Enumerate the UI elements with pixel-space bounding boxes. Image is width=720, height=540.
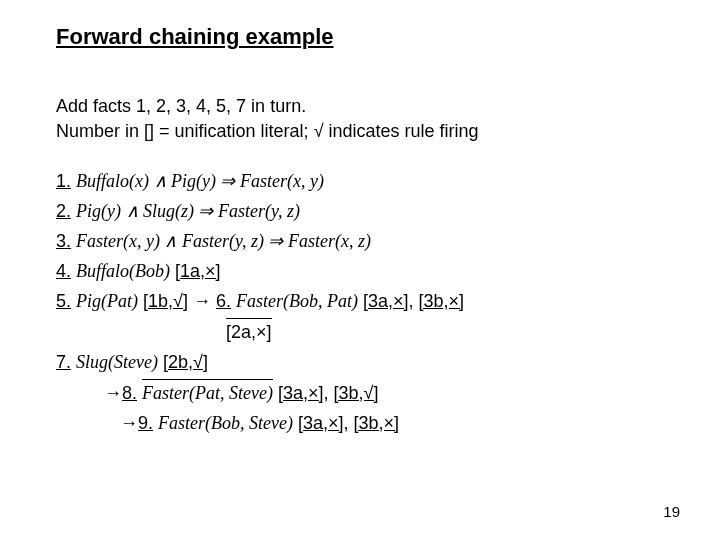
rule-6-comma: , [409,291,414,311]
rule-3-body: Faster(x, y) ∧ Faster(y, z) ⇒ Faster(x, … [76,231,371,251]
rule-5-num: 5. [56,291,71,311]
rule-8-comma: , [324,383,329,403]
rules-list: 1. Buffalo(x) ∧ Pig(y) ⇒ Faster(x, y) 2.… [56,168,680,437]
rule-5-sub: [2a,×] [226,318,680,347]
rule-5-arrow: → [193,291,216,311]
rule-1-num: 1. [56,171,71,191]
rule-6-tagb: [3b,×] [419,291,465,311]
rule-6-num: 6. [216,291,231,311]
intro-line1: Add facts 1, 2, 3, 4, 5, 7 in turn. [56,96,306,116]
rule-9-tagb: [3b,×] [354,413,400,433]
rule-9: →9. Faster(Bob, Steve) [3a,×], [3b,×] [120,410,680,438]
rule-6-taga: [3a,×] [363,291,409,311]
rule-2-num: 2. [56,201,71,221]
rule-6-body: Faster(Bob, Pat) [236,291,358,311]
rule-9-comma: , [344,413,349,433]
rule-7-num: 7. [56,352,71,372]
rule-3: 3. Faster(x, y) ∧ Faster(y, z) ⇒ Faster(… [56,228,680,256]
checkmark-icon: √ [314,121,324,141]
rule-4-num: 4. [56,261,71,281]
rule-8-tagb: [3b,√] [334,383,379,403]
rule-1: 1. Buffalo(x) ∧ Pig(y) ⇒ Faster(x, y) [56,168,680,196]
rule-8-arrow: → [104,383,122,403]
rule-4-body: Buffalo(Bob) [76,261,170,281]
rule-5: 5. Pig(Pat) [1b,√] → 6. Faster(Bob, Pat)… [56,288,680,316]
rule-5-box: [2a,×] [226,318,272,347]
rule-9-taga: [3a,×] [298,413,344,433]
rule-4: 4. Buffalo(Bob) [1a,×] [56,258,680,286]
rule-8-body: Faster(Pat, Steve) [142,379,273,408]
slide-title: Forward chaining example [56,24,680,50]
rule-8: →8. Faster(Pat, Steve) [3a,×], [3b,√] [104,379,680,408]
rule-1-body: Buffalo(x) ∧ Pig(y) ⇒ Faster(x, y) [76,171,324,191]
rule-2-body: Pig(y) ∧ Slug(z) ⇒ Faster(y, z) [76,201,300,221]
rule-8-taga: [3a,×] [278,383,324,403]
rule-4-tag: [1a,×] [175,261,221,281]
intro-line2a: Number in [] = unification literal; [56,121,314,141]
intro-text: Add facts 1, 2, 3, 4, 5, 7 in turn. Numb… [56,94,680,144]
slide: Forward chaining example Add facts 1, 2,… [0,0,720,540]
rule-3-num: 3. [56,231,71,251]
page-number: 19 [663,503,680,520]
rule-9-num: 9. [138,413,153,433]
rule-5-tag1: [1b,√] [143,291,188,311]
rule-7-tag: [2b,√] [163,352,208,372]
rule-2: 2. Pig(y) ∧ Slug(z) ⇒ Faster(y, z) [56,198,680,226]
rule-8-num: 8. [122,383,137,403]
rule-5-body: Pig(Pat) [76,291,138,311]
rule-9-body: Faster(Bob, Steve) [158,413,293,433]
rule-7-body: Slug(Steve) [76,352,158,372]
rule-7: 7. Slug(Steve) [2b,√] [56,349,680,377]
rule-9-arrow: → [120,413,138,433]
intro-line2c: indicates rule firing [329,121,479,141]
